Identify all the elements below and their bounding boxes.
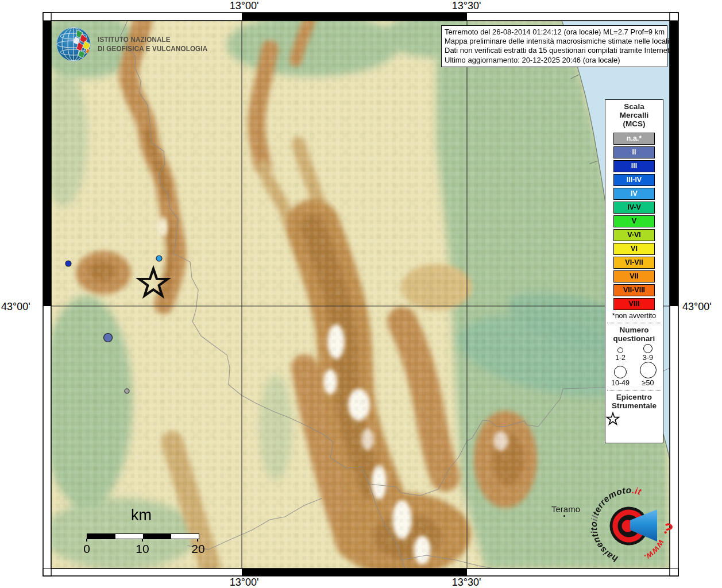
legend-class-chip: II bbox=[613, 146, 655, 158]
size-key-2: 3-9 bbox=[635, 344, 661, 362]
lon-label-top-east: 13°30' bbox=[435, 0, 498, 12]
scalebar-seg-1 bbox=[87, 534, 115, 539]
observation-dot-II bbox=[104, 334, 113, 342]
legend-class-chip: III bbox=[613, 160, 655, 172]
legend-class-chip: IV-V bbox=[613, 202, 655, 214]
scalebar-tick-20 bbox=[197, 539, 198, 541]
last-update-line: Ultimo aggiornamento: 20-12-2025 20:46 (… bbox=[445, 56, 664, 65]
legend-title-3: (MCS) bbox=[605, 119, 663, 128]
legend-class-chip: VII bbox=[613, 270, 655, 283]
wm-text-it: .it bbox=[631, 485, 642, 497]
haisentitoilterremoto-logo: haisentitoilterremoto.it www. ? bbox=[584, 480, 679, 575]
city-marker-teramo bbox=[563, 515, 565, 517]
legend-class-chip: III-IV bbox=[613, 174, 655, 186]
scalebar-num-0: 0 bbox=[74, 542, 99, 556]
event-summary-line: Terremoto del 26-08-2014 01:24:12 (ora l… bbox=[445, 28, 664, 37]
ingv-logo: ISTITUTO NAZIONALE DI GEOFISICA E VULCAN… bbox=[55, 25, 225, 63]
legend-class-chip: V-VI bbox=[613, 229, 655, 241]
legend-class-chip: VII-VIII bbox=[613, 284, 655, 296]
legend-title-2: Mercalli bbox=[605, 111, 663, 119]
legend-divider-2 bbox=[607, 390, 661, 390]
size-key-3: 10-49 bbox=[607, 366, 634, 387]
svg-text:www.: www. bbox=[642, 539, 666, 563]
legend-class-chip: n.a.* bbox=[613, 133, 655, 145]
legend-class-chip: V bbox=[613, 215, 655, 227]
epicenter-star-icon bbox=[605, 412, 620, 427]
lon-label-bottom-east: 13°30' bbox=[435, 577, 498, 588]
size-key-1: 1-2 bbox=[607, 347, 634, 362]
size-label-3-9: 3-9 bbox=[643, 354, 653, 362]
intensity-scale-chips: n.a.*IIIIIIII-IVIVIV-VVV-VIVIVI-VIIVIIVI… bbox=[605, 133, 663, 310]
size-label-50plus: ≥50 bbox=[642, 379, 654, 387]
questionnaire-title-2: questionari bbox=[605, 334, 663, 343]
size-key-4: ≥50 bbox=[635, 362, 661, 387]
macroseismic-map-page: 13°00' 13°30' 13°00' 13°30' 43°00' 43°00… bbox=[0, 0, 722, 588]
size-circle-10-49 bbox=[614, 366, 627, 378]
size-circle-3-9 bbox=[643, 344, 652, 353]
legend-class-chip: VIII bbox=[613, 298, 655, 310]
ingv-line2: DI GEOFISICA E VULCANOLOGIA bbox=[98, 44, 207, 53]
data-source-line: Dati non verificati estratti da 15 quest… bbox=[445, 46, 664, 55]
legend-divider-1 bbox=[607, 323, 661, 323]
lon-label-bottom-west: 13°00' bbox=[213, 577, 276, 588]
legend-footnote: *non avvertito bbox=[605, 312, 663, 320]
scalebar bbox=[87, 533, 199, 539]
legend-panel: Scala Mercalli (MCS) n.a.*IIIIIIII-IVIVI… bbox=[605, 99, 663, 443]
lon-label-top-west: 13°00' bbox=[213, 0, 276, 12]
scalebar-unit: km bbox=[113, 506, 170, 524]
wm-text-www: www. bbox=[642, 539, 666, 563]
scalebar-tick-10 bbox=[142, 539, 143, 541]
scalebar-num-10: 10 bbox=[130, 542, 155, 556]
scalebar-seg-2 bbox=[115, 534, 144, 539]
scalebar-tick-0 bbox=[86, 539, 87, 541]
lat-label-east: 43°00' bbox=[682, 301, 712, 313]
questionnaire-title-1: Numero bbox=[605, 326, 663, 334]
epicenter-title-1: Epicentro bbox=[605, 393, 663, 401]
legend-class-chip: IV bbox=[613, 188, 655, 200]
wm-question-mark: ? bbox=[659, 519, 675, 539]
map-description-line: Mappa preliminare delle intensità macros… bbox=[445, 37, 664, 46]
scalebar-seg-4 bbox=[171, 534, 199, 539]
ingv-line1: ISTITUTO NAZIONALE bbox=[98, 35, 207, 44]
ingv-wordmark: ISTITUTO NAZIONALE DI GEOFISICA E VULCAN… bbox=[98, 35, 207, 53]
legend-class-chip: VI-VII bbox=[613, 257, 655, 269]
observation-dot-IV bbox=[156, 256, 162, 261]
terrain bbox=[34, 11, 670, 575]
epicenter-title-2: Strumentale bbox=[605, 401, 663, 410]
epicenter-key bbox=[605, 412, 663, 427]
size-label-1-2: 1-2 bbox=[615, 354, 626, 362]
legend-class-chip: VI bbox=[613, 243, 655, 255]
lat-label-west: 43°00' bbox=[1, 301, 30, 313]
size-circle-1-2 bbox=[617, 347, 623, 353]
scalebar-seg-3 bbox=[143, 534, 171, 539]
event-info-box: Terremoto del 26-08-2014 01:24:12 (ora l… bbox=[441, 25, 667, 67]
scalebar-num-20: 20 bbox=[186, 542, 211, 556]
observation-dot-n.a. bbox=[125, 389, 129, 393]
ingv-globe-icon bbox=[55, 25, 92, 63]
size-label-10-49: 10-49 bbox=[611, 379, 630, 387]
size-circle-50plus bbox=[640, 362, 657, 378]
legend-title-1: Scala bbox=[605, 102, 663, 111]
questionnaire-size-key: 1-2 3-9 10-49 ≥50 bbox=[605, 343, 663, 387]
observation-dot-III bbox=[65, 261, 71, 266]
